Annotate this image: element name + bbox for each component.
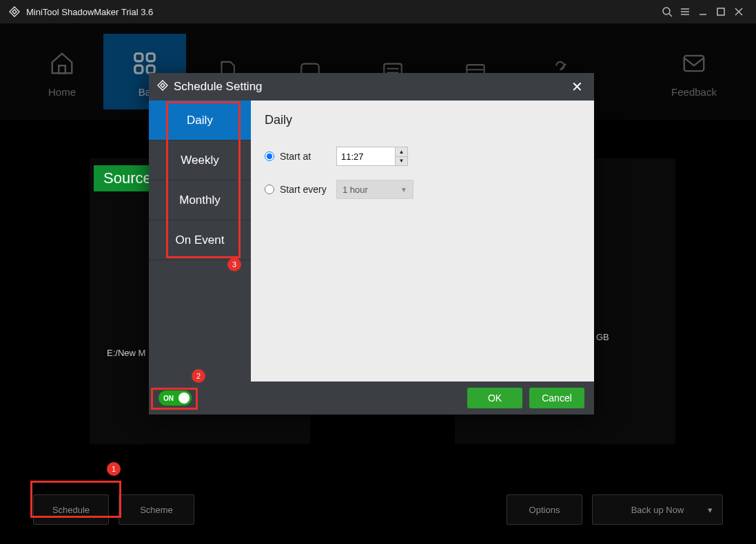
annotation-badge-2: 2 [192,369,205,383]
svg-rect-11 [147,53,154,61]
dialog-title: Schedule Setting [174,80,263,94]
toggle-label: ON [163,395,174,402]
start-at-time-field[interactable]: ▲ ▼ [336,147,408,166]
tab-on-event[interactable]: On Event [149,220,251,260]
home-icon [21,46,103,81]
caret-down-icon: ▾ [708,505,713,515]
svg-line-1 [669,14,672,17]
spin-down-icon[interactable]: ▼ [396,157,407,166]
annotation-badge-3: 3 [227,258,241,271]
app-logo-icon [8,6,21,18]
toggle-knob [178,393,190,404]
dialog-footer: ON OK Cancel [149,381,594,415]
dialog-main-pane: Daily Start at ▲ ▼ Start every 1 hour ▼ [251,101,594,381]
spin-up-icon[interactable]: ▲ [396,147,407,157]
svg-rect-6 [717,8,724,15]
backup-now-label: Back up Now [631,505,684,515]
mail-icon [653,46,735,81]
svg-rect-20 [684,55,704,70]
nav-home[interactable]: Home [21,46,103,98]
svg-rect-13 [147,65,154,73]
schedule-button[interactable]: Schedule [33,494,109,525]
svg-rect-10 [135,53,143,61]
maximize-icon[interactable] [712,3,730,21]
menu-icon[interactable] [676,3,694,21]
close-icon[interactable] [730,3,748,21]
start-every-label: Start every [280,184,336,195]
schedule-toggle[interactable]: ON [159,390,192,406]
time-spinner[interactable]: ▲ ▼ [395,147,407,165]
nav-label: Feedback [653,86,735,98]
start-every-radio[interactable] [265,185,274,194]
schedule-setting-dialog: Schedule Setting ✕ Daily Weekly Monthly … [149,73,594,415]
annotation-badge-1: 1 [107,462,121,476]
dialog-close-button[interactable]: ✕ [568,78,586,96]
app-logo-icon [157,80,168,94]
backup-now-button[interactable]: Back up Now ▾ [592,494,723,525]
svg-rect-12 [135,65,143,73]
svg-rect-9 [59,65,65,73]
start-at-label: Start at [280,151,336,162]
pane-title: Daily [265,113,580,127]
source-path-fragment: E:/New M [107,348,145,358]
caret-down-icon: ▼ [400,186,407,193]
cancel-button[interactable]: Cancel [529,388,584,408]
ok-button[interactable]: OK [467,388,522,408]
dialog-sidebar: Daily Weekly Monthly On Event [149,101,251,381]
start-every-select[interactable]: 1 hour ▼ [336,180,413,199]
size-fragment: GB [596,332,609,342]
start-every-value: 1 hour [343,185,368,195]
scheme-button[interactable]: Scheme [119,494,194,525]
app-title: MiniTool ShadowMaker Trial 3.6 [26,7,658,17]
svg-point-0 [663,8,670,14]
bottom-bar: Schedule Scheme Options Back up Now ▾ [0,489,756,530]
start-at-radio[interactable] [265,151,274,161]
titlebar: MiniTool ShadowMaker Trial 3.6 [0,0,756,23]
nav-label: Home [21,86,103,98]
tab-daily[interactable]: Daily [149,101,251,140]
dialog-titlebar: Schedule Setting ✕ [149,73,594,101]
tab-monthly[interactable]: Monthly [149,180,251,220]
tab-weekly[interactable]: Weekly [149,140,251,180]
minimize-icon[interactable] [694,3,712,21]
start-at-input[interactable] [337,147,395,165]
search-icon[interactable] [658,3,676,21]
nav-feedback[interactable]: Feedback [653,46,735,98]
options-button[interactable]: Options [507,494,582,525]
